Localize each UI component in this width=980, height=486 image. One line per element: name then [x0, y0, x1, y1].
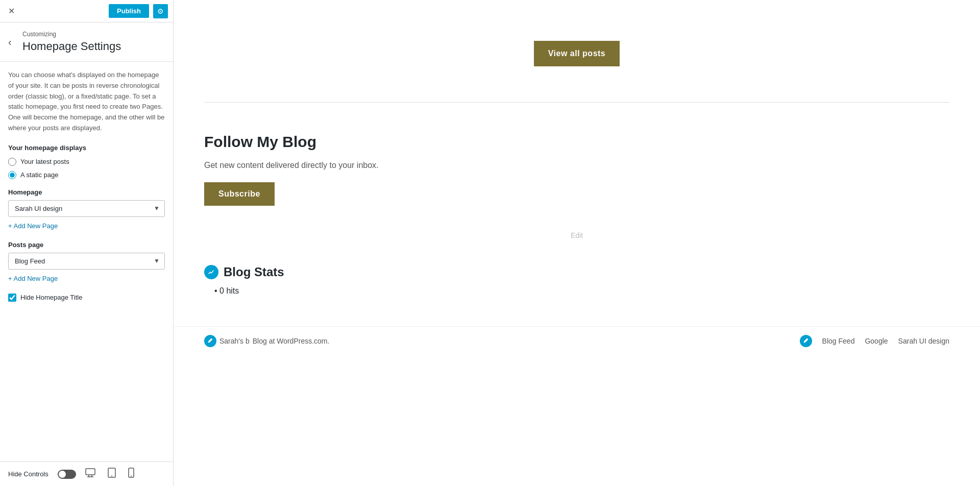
footer-right: Blog Feed Google Sarah UI design [800, 335, 949, 347]
posts-page-select-wrapper: Blog Feed ▼ [8, 253, 165, 270]
footer-right-icon [800, 335, 812, 347]
mobile-view-button[interactable] [125, 466, 137, 482]
blog-stats-icon [204, 265, 218, 279]
posts-page-select[interactable]: Blog Feed [8, 253, 165, 270]
hide-controls-label: Hide Controls [8, 470, 48, 478]
settings-button[interactable]: ⚙ [153, 4, 168, 18]
edit-link[interactable]: Edit [174, 231, 980, 239]
radio-static-page[interactable]: A static page [8, 171, 165, 179]
footer-bar: Sarah's b Blog at WordPress.com. Blog Fe… [174, 326, 980, 355]
preview-content: View all posts Follow My Blog Get new co… [174, 0, 980, 486]
google-link[interactable]: Google [865, 337, 888, 345]
hits-item: 0 hits [214, 286, 949, 296]
tablet-view-button[interactable] [105, 466, 119, 482]
hide-controls-toggle[interactable] [58, 470, 76, 479]
sarah-ui-link[interactable]: Sarah UI design [898, 337, 949, 345]
toggle-knob [59, 471, 66, 478]
blog-feed-link[interactable]: Blog Feed [822, 337, 855, 345]
view-all-posts-button[interactable]: View all posts [534, 41, 620, 66]
left-panel: ✕ Publish ⚙ ‹ Customizing Homepage Setti… [0, 0, 174, 486]
hide-homepage-title-row[interactable]: Hide Homepage Title [8, 294, 165, 302]
panel-content: You can choose what's displayed on the h… [0, 62, 173, 461]
divider-line [204, 102, 949, 103]
hide-homepage-title-label: Hide Homepage Title [20, 294, 82, 301]
description-text: You can choose what's displayed on the h… [8, 70, 165, 134]
blog-stats-title: Blog Stats [224, 265, 284, 279]
site-name: Sarah's b [219, 337, 250, 345]
footer-left-icon [204, 335, 216, 347]
radio-latest-posts[interactable]: Your latest posts [8, 158, 165, 166]
close-icon[interactable]: ✕ [5, 5, 17, 17]
blog-stats-header: Blog Stats [204, 265, 949, 279]
svg-rect-0 [86, 469, 95, 475]
desktop-view-button[interactable] [82, 466, 99, 482]
homepage-select[interactable]: Sarah UI design [8, 200, 165, 217]
radio-latest-label: Your latest posts [20, 158, 69, 165]
blog-at-text: Blog at WordPress.com. [253, 337, 330, 345]
homepage-section-label: Homepage [8, 188, 165, 196]
panel-header: ‹ Customizing Homepage Settings [0, 22, 173, 62]
top-bar: ✕ Publish ⚙ [0, 0, 173, 22]
bottom-bar: Hide Controls [0, 461, 173, 486]
follow-title: Follow My Blog [204, 133, 949, 151]
homepage-displays-label: Your homepage displays [8, 144, 165, 152]
follow-description: Get new content delivered directly to yo… [204, 161, 949, 170]
svg-point-5 [111, 476, 112, 477]
page-title: Homepage Settings [22, 40, 165, 53]
follow-section: Follow My Blog Get new content delivered… [174, 123, 980, 226]
footer-left: Sarah's b Blog at WordPress.com. [204, 335, 329, 347]
subscribe-button[interactable]: Subscribe [204, 182, 275, 206]
add-new-page-posts-link[interactable]: + Add New Page [8, 275, 58, 282]
radio-static-label: A static page [20, 171, 58, 179]
right-panel: View all posts Follow My Blog Get new co… [174, 0, 980, 486]
customizing-label: Customizing [22, 31, 165, 38]
posts-page-section-label: Posts page [8, 241, 165, 249]
back-button[interactable]: ‹ [6, 34, 14, 50]
homepage-select-wrapper: Sarah UI design ▼ [8, 200, 165, 217]
svg-point-7 [131, 476, 132, 477]
publish-button[interactable]: Publish [109, 4, 149, 18]
add-new-page-homepage-link[interactable]: + Add New Page [8, 222, 58, 230]
blog-stats-section: Blog Stats 0 hits [174, 255, 980, 316]
hide-title-checkbox[interactable] [8, 294, 16, 302]
